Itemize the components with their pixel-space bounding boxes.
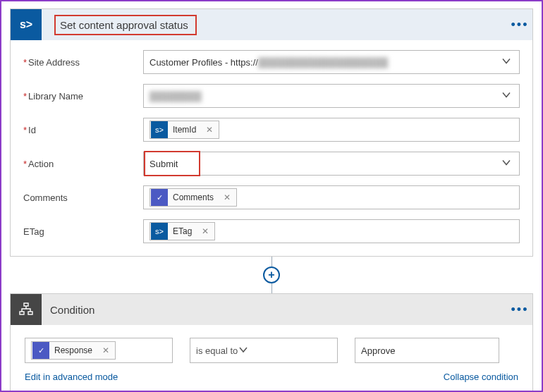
condition-menu-button[interactable]: ••• bbox=[507, 302, 532, 317]
action-card-header: s> Set content approval status ••• bbox=[11, 9, 532, 40]
chip-response[interactable]: ✓ Response ✕ bbox=[31, 341, 116, 360]
redacted-library: ████████ bbox=[150, 91, 202, 102]
condition-right-input[interactable]: Approve bbox=[355, 338, 499, 363]
condition-footer: Edit in advanced mode Collapse condition bbox=[25, 370, 518, 384]
label-action: Action bbox=[23, 159, 143, 169]
label-site-address: Site Address bbox=[23, 57, 143, 68]
row-comments: Comments ✓ Comments ✕ bbox=[23, 185, 520, 209]
svg-rect-1 bbox=[20, 312, 24, 314]
condition-title[interactable]: Condition bbox=[42, 304, 507, 316]
action-form: Site Address Customer Profiles - https:/… bbox=[11, 40, 532, 256]
approval-icon: ✓ bbox=[151, 189, 168, 206]
chip-remove-icon[interactable]: ✕ bbox=[97, 345, 115, 355]
input-library-name[interactable]: ████████ bbox=[143, 84, 520, 108]
chevron-down-icon bbox=[501, 157, 512, 171]
chip-itemid[interactable]: s> ItemId ✕ bbox=[150, 121, 219, 139]
svg-rect-2 bbox=[28, 312, 32, 314]
input-comments[interactable]: ✓ Comments ✕ bbox=[143, 185, 520, 209]
condition-expression-row: ✓ Response ✕ is equal to Approve bbox=[25, 338, 518, 363]
condition-body: ✓ Response ✕ is equal to Approve Edit in… bbox=[11, 325, 532, 391]
redacted-url: ████████████████████ bbox=[258, 57, 388, 68]
row-etag: ETag s> ETag ✕ bbox=[23, 219, 520, 243]
label-id: Id bbox=[23, 125, 143, 135]
chip-remove-icon[interactable]: ✕ bbox=[196, 226, 214, 236]
chip-comments[interactable]: ✓ Comments ✕ bbox=[150, 188, 237, 207]
row-site-address: Site Address Customer Profiles - https:/… bbox=[23, 50, 520, 74]
sharepoint-icon: s> bbox=[151, 121, 168, 138]
sharepoint-icon: s> bbox=[151, 223, 168, 240]
chevron-down-icon bbox=[501, 56, 512, 69]
sharepoint-icon: s> bbox=[11, 9, 42, 40]
chip-remove-icon[interactable]: ✕ bbox=[218, 192, 236, 202]
input-id[interactable]: s> ItemId ✕ bbox=[143, 118, 520, 142]
connector: + bbox=[10, 257, 533, 293]
input-action[interactable]: Submit bbox=[143, 152, 520, 176]
action-title-wrap[interactable]: Set content approval status bbox=[42, 15, 507, 35]
row-library-name: Library Name ████████ bbox=[23, 84, 520, 108]
chip-remove-icon[interactable]: ✕ bbox=[200, 125, 219, 135]
collapse-condition-link[interactable]: Collapse condition bbox=[444, 372, 518, 382]
condition-card: Condition ••• ✓ Response ✕ is equal to A… bbox=[10, 293, 533, 391]
label-etag: ETag bbox=[23, 226, 143, 237]
input-site-address[interactable]: Customer Profiles - https:// ███████████… bbox=[143, 50, 520, 74]
label-comments: Comments bbox=[23, 192, 143, 203]
condition-left-input[interactable]: ✓ Response ✕ bbox=[25, 338, 173, 363]
input-etag[interactable]: s> ETag ✕ bbox=[143, 219, 520, 243]
action-card-set-content-approval: s> Set content approval status ••• Site … bbox=[10, 8, 533, 257]
chip-etag[interactable]: s> ETag ✕ bbox=[150, 222, 215, 240]
svg-rect-0 bbox=[24, 303, 28, 306]
label-library-name: Library Name bbox=[23, 91, 143, 102]
row-id: Id s> ItemId ✕ bbox=[23, 118, 520, 142]
approval-icon: ✓ bbox=[32, 342, 49, 359]
condition-operator-select[interactable]: is equal to bbox=[190, 338, 338, 363]
row-action: Action Submit bbox=[23, 152, 520, 176]
add-step-button[interactable]: + bbox=[263, 267, 280, 283]
chevron-down-icon bbox=[238, 344, 249, 357]
chevron-down-icon bbox=[501, 90, 512, 103]
action-title: Set content approval status bbox=[54, 15, 197, 35]
condition-icon bbox=[11, 294, 42, 325]
condition-header: Condition ••• bbox=[11, 294, 532, 325]
edit-advanced-link[interactable]: Edit in advanced mode bbox=[25, 372, 118, 382]
action-menu-button[interactable]: ••• bbox=[507, 18, 532, 32]
